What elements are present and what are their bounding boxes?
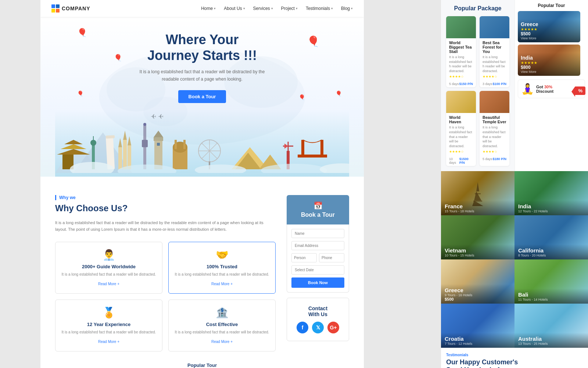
testimonials-title: Our Happy Customer'sSend Hundred of...: [446, 358, 583, 368]
pkg-card-img-2: [480, 16, 509, 38]
pkg-card-2[interactable]: Best Sea Forest for You It is a long est…: [480, 16, 509, 87]
person-input[interactable]: [291, 253, 317, 262]
dest-bali[interactable]: Bali 11 Tours - 14 Hotels: [514, 259, 588, 304]
phone-input[interactable]: [319, 253, 344, 262]
discount-got-text: Got 30%: [536, 85, 553, 89]
testimonials-label: Testimonials: [446, 353, 583, 357]
greece-more[interactable]: View More: [521, 36, 577, 40]
discount-text-block: Got 30% Discount: [536, 85, 553, 93]
why-choose-desc: It is a long established fact that a rea…: [55, 219, 276, 233]
pkg-card-title-4: Beautiful Temple Ever: [483, 115, 506, 124]
googleplus-icon[interactable]: G+: [327, 322, 339, 333]
why-card-cost: 🏦 Cost Effective It is a long establishe…: [168, 300, 276, 351]
twitter-icon[interactable]: 𝕏: [312, 322, 324, 333]
hero-cta-button[interactable]: Book a Tour: [178, 90, 226, 103]
why-card-link-2[interactable]: Read More +: [98, 340, 119, 344]
svg-rect-2: [51, 9, 55, 13]
pkg-card-body-2: Best Sea Forest for You It is a long est…: [480, 38, 509, 81]
dest-croatia[interactable]: Croatia 7 Tours - 12 Hotels: [441, 304, 514, 348]
dest-france[interactable]: France 15 Tours - 18 Hotels: [441, 171, 514, 215]
dest-india[interactable]: India 12 Tours - 22 Hotels: [514, 171, 588, 215]
france-name: France: [445, 203, 511, 209]
nav-item-project[interactable]: Project: [281, 6, 298, 11]
why-card-title-0: 2000+ Guide Worldwide: [61, 264, 157, 269]
experience-icon: 🏅: [61, 307, 157, 319]
pkg-card-title-2: Best Sea Forest for You: [483, 40, 506, 54]
discount-label: Discount: [536, 89, 553, 93]
greece-tour-card[interactable]: Greece ★★★★★ $500 View More: [515, 11, 588, 45]
forms-column: 📅 Book a Tour Book Now: [287, 195, 349, 351]
india-name: India: [521, 55, 577, 61]
pkg-card-desc-1: It is a long established fact h reader w…: [449, 55, 473, 73]
california-sub: 8 Tours - 20 Hotels: [518, 254, 584, 257]
logo-text: COMPANY: [62, 6, 90, 11]
pkg-card-footer-3: 10 days $1500 P/N: [446, 156, 476, 166]
popular-tour-bottom-label: Popular Tour: [55, 362, 349, 368]
bali-overlay: Bali 11 Tours - 14 Hotels: [514, 289, 588, 304]
right-top: Popular Package World Biggest Tea Stall …: [441, 0, 588, 171]
facebook-icon[interactable]: f: [297, 322, 308, 333]
pkg-card-footer-2: 3 days $100 P/N: [480, 81, 509, 87]
nav-item-services[interactable]: Services: [253, 6, 273, 11]
pkg-price-3: $1500 P/N: [459, 157, 473, 164]
nav-item-testimonials[interactable]: Testimonials: [306, 6, 333, 11]
why-choose-title: Why Choose Us?: [55, 203, 276, 213]
india-overlay: India ★★★★★ $800 View More: [518, 53, 580, 76]
nav-item-home[interactable]: Home: [201, 6, 216, 11]
why-card-desc-0: It is a long established fact that a rea…: [61, 272, 157, 277]
vietnam-sub: 10 Tours - 15 Hotels: [445, 254, 511, 257]
svg-rect-65: [475, 193, 481, 194]
why-card-link-3[interactable]: Read More +: [211, 340, 233, 344]
greece-photo-price: $500: [445, 297, 511, 301]
india-overlay: India 12 Tours - 22 Hotels: [514, 200, 588, 215]
pkg-card-stars-2: ★★★★☆: [483, 75, 506, 78]
india-more[interactable]: View More: [521, 70, 577, 74]
nav-item-blog[interactable]: Blog: [341, 6, 353, 11]
book-form-header: 📅 Book a Tour: [287, 195, 349, 224]
name-input[interactable]: [291, 229, 344, 238]
book-form-icon: 📅: [313, 201, 323, 210]
svg-rect-23: [118, 147, 122, 169]
pkg-card-footer-1: 5 days $150 P/N: [446, 81, 476, 87]
email-input[interactable]: [291, 241, 344, 250]
why-tag: Why we: [55, 195, 276, 200]
discount-tag: %: [575, 86, 585, 95]
package-grid: World Biggest Tea Stall It is a long est…: [446, 16, 509, 166]
hero-section: 🎈 🎈 🎈 🎈 🎈 🎈 ✈ ✈ Where Your Journey Start…: [40, 17, 364, 177]
date-input[interactable]: [291, 265, 344, 275]
logo[interactable]: COMPANY: [51, 4, 90, 13]
pkg-card-title-1: World Biggest Tea Stall: [449, 40, 473, 54]
person-phone-row: [291, 253, 344, 262]
dest-greece-photo[interactable]: Greece 9 Tours - 16 Hotels $500: [441, 259, 514, 304]
popular-package-section: Popular Package World Biggest Tea Stall …: [441, 0, 514, 171]
popular-package-title: Popular Package: [446, 5, 509, 12]
book-now-button[interactable]: Book Now: [291, 277, 344, 288]
india-tour-card[interactable]: India ★★★★★ $800 View More: [515, 45, 588, 78]
pkg-card-1[interactable]: World Biggest Tea Stall It is a long est…: [446, 16, 476, 87]
dest-california[interactable]: California 8 Tours - 20 Hotels: [514, 215, 588, 259]
greece-overlay: Greece ★★★★★ $500 View More: [518, 19, 580, 42]
pkg-days-2: 3 days: [483, 82, 492, 86]
right-panel: Popular Package World Biggest Tea Stall …: [441, 0, 588, 368]
pkg-card-4[interactable]: Beautiful Temple Ever It is a long estab…: [480, 91, 509, 166]
book-tour-form: 📅 Book a Tour Book Now: [287, 195, 349, 293]
nav-item-about[interactable]: About Us: [224, 6, 245, 11]
trusted-icon: 🤝: [174, 249, 270, 261]
croatia-sub: 7 Tours - 12 Hotels: [445, 342, 511, 346]
greece-photo-overlay: Greece 9 Tours - 16 Hotels $500: [441, 284, 514, 304]
california-name: California: [518, 247, 584, 254]
why-card-title-1: 100% Trusted: [174, 264, 270, 269]
hero-content: Where Your Journey Starts !!! It is a lo…: [55, 32, 349, 103]
discount-person: 🧘‍♀️: [521, 83, 534, 95]
greece-name: Greece: [521, 21, 577, 27]
pkg-card-3[interactable]: World Haven It is a long established fac…: [446, 91, 476, 166]
pkg-card-img-3: [446, 91, 476, 113]
discount-section: 🧘‍♀️ Got 30% Discount %: [515, 78, 588, 100]
why-card-link-0[interactable]: Read More +: [98, 282, 119, 286]
pkg-card-desc-3: It is a long established fact that a rea…: [449, 125, 473, 148]
dest-australia[interactable]: Australia 13 Tours - 25 Hotels: [514, 304, 588, 348]
dest-vietnam[interactable]: Vietnam 10 Tours - 15 Hotels: [441, 215, 514, 259]
guide-icon: 👨‍💼: [61, 249, 157, 261]
india-name: India: [518, 203, 584, 209]
why-card-link-1[interactable]: Read More +: [211, 282, 233, 286]
